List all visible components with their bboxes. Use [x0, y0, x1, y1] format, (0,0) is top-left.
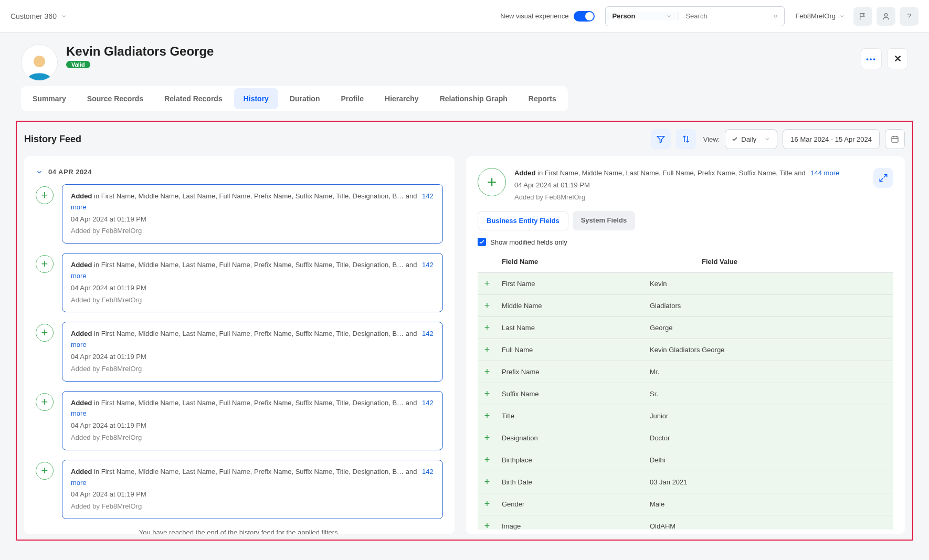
feed-line1: Added in First Name, Middle Name, Last N… — [71, 191, 434, 213]
avatar-icon — [25, 52, 54, 80]
date-group[interactable]: 04 APR 2024 — [36, 168, 443, 176]
detail-subtabs: Business Entity Fields System Fields — [478, 211, 893, 230]
feed-card[interactable]: Added in First Name, Middle Name, Last N… — [62, 460, 443, 519]
field-name-cell: Suffix Name — [497, 383, 645, 405]
field-table-scroll[interactable]: + First Name Kevin + Middle Name Gladiat… — [478, 272, 893, 530]
feed-line1: Added in First Name, Middle Name, Last N… — [71, 329, 434, 351]
svg-line-1 — [777, 17, 777, 17]
field-name-cell: Gender — [497, 493, 645, 515]
feed-card[interactable]: Added in First Name, Middle Name, Last N… — [62, 184, 443, 244]
field-name-cell: Full Name — [497, 339, 645, 361]
feed-line1: Added in First Name, Middle Name, Last N… — [71, 398, 434, 420]
check-icon — [479, 239, 485, 245]
added-icon: + — [36, 462, 54, 480]
filter-button[interactable] — [651, 129, 671, 149]
help-icon: ? — [907, 12, 911, 20]
tab-history[interactable]: History — [234, 88, 278, 109]
col-field-name: Field Name — [497, 251, 696, 272]
table-row: + Gender Male — [478, 493, 893, 515]
user-button[interactable] — [877, 7, 895, 26]
table-row: + Suffix Name Sr. — [478, 383, 893, 405]
tab-profile[interactable]: Profile — [331, 88, 373, 109]
search-input[interactable] — [685, 12, 774, 20]
history-panes: 04 APR 2024 + Added in First Name, Middl… — [24, 156, 905, 534]
feed-line1: Added in First Name, Middle Name, Last N… — [71, 467, 434, 489]
expand-button[interactable] — [873, 168, 893, 188]
tab-source-records[interactable]: Source Records — [78, 88, 153, 109]
tab-summary[interactable]: Summary — [23, 88, 76, 109]
history-header: History Feed View: Daily 16 Mar 2024 - 1… — [24, 129, 905, 149]
feed-card[interactable]: Added in First Name, Middle Name, Last N… — [62, 253, 443, 312]
search-input-wrap — [679, 12, 784, 21]
tab-relationship-graph[interactable]: Relationship Graph — [430, 88, 517, 109]
date-group-label: 04 APR 2024 — [48, 168, 92, 176]
table-row: + Full Name Kevin Gladiators George — [478, 339, 893, 361]
record-header-actions: ••• ✕ — [861, 48, 908, 69]
plus-icon: + — [484, 455, 490, 465]
chevron-down-icon — [61, 13, 67, 19]
feed-card[interactable]: Added in First Name, Middle Name, Last N… — [62, 391, 443, 450]
tab-reports[interactable]: Reports — [519, 88, 566, 109]
field-value-cell: Doctor — [645, 427, 893, 449]
svg-point-3 — [34, 56, 45, 67]
more-icon: ••• — [866, 55, 877, 63]
app-name: Customer 360 — [10, 12, 57, 20]
date-range-label: 16 Mar 2024 - 15 Apr 2024 — [790, 135, 872, 143]
subtab-system-fields[interactable]: System Fields — [573, 211, 635, 230]
plus-icon: + — [484, 432, 490, 443]
feed-more-link[interactable]: 142 more — [71, 330, 434, 348]
chevron-down-icon — [839, 13, 845, 19]
feed-row: + Added in First Name, Middle Name, Last… — [36, 184, 443, 244]
plus-icon: + — [484, 278, 490, 289]
avatar — [21, 44, 58, 81]
tab-related-records[interactable]: Related Records — [155, 88, 231, 109]
search-entity-select[interactable]: Person — [606, 12, 679, 20]
field-value-cell: Kevin — [645, 273, 893, 295]
field-table: Field Name Field Value — [478, 251, 893, 272]
show-modified-row[interactable]: Show modified fields only — [478, 238, 893, 246]
view-select[interactable]: Daily — [725, 129, 777, 149]
svg-point-0 — [775, 15, 777, 17]
resize-handle[interactable]: ⋮ — [466, 351, 467, 362]
feed-more-link[interactable]: 142 more — [71, 261, 434, 280]
show-modified-checkbox[interactable] — [478, 238, 486, 246]
end-note: You have reached the end of the history … — [36, 529, 443, 534]
tab-hierarchy[interactable]: Hierarchy — [375, 88, 428, 109]
new-visual-toggle-wrap: New visual experience — [500, 11, 595, 22]
feed-row: + Added in First Name, Middle Name, Last… — [36, 253, 443, 312]
chevron-down-icon — [36, 168, 43, 176]
view-value: Daily — [741, 135, 756, 143]
org-switcher[interactable]: Feb8MrelOrg — [795, 12, 845, 20]
feed-more-link[interactable]: 142 more — [71, 468, 434, 487]
feed-more-link[interactable]: 142 more — [71, 399, 434, 418]
app-switcher[interactable]: Customer 360 — [10, 12, 67, 20]
table-row: + Designation Doctor — [478, 427, 893, 449]
feed-timestamp: 04 Apr 2024 at 01:19 PM — [71, 420, 434, 431]
close-icon: ✕ — [894, 53, 902, 65]
detail-timestamp: 04 Apr 2024 at 01:19 PM — [514, 180, 865, 191]
sort-button[interactable] — [676, 129, 696, 149]
more-actions-button[interactable]: ••• — [861, 48, 882, 69]
history-detail-pane: ⋮ + Added in First Name, Middle Name, La… — [466, 156, 905, 534]
date-range[interactable]: 16 Mar 2024 - 15 Apr 2024 — [783, 129, 880, 149]
help-button[interactable]: ? — [900, 7, 919, 26]
plus-icon: + — [484, 366, 490, 377]
feed-more-link[interactable]: 142 more — [71, 192, 434, 211]
flag-button[interactable] — [853, 7, 872, 26]
close-button[interactable]: ✕ — [887, 48, 908, 69]
table-row: + Last Name George — [478, 317, 893, 339]
record-title-wrap: Kevin Gladiators George Valid — [66, 44, 214, 68]
feed-card[interactable]: Added in First Name, Middle Name, Last N… — [62, 322, 443, 381]
plus-icon: + — [484, 300, 490, 311]
history-section: History Feed View: Daily 16 Mar 2024 - 1… — [16, 121, 913, 541]
calendar-button[interactable] — [885, 129, 905, 149]
tab-duration[interactable]: Duration — [280, 88, 330, 109]
subtab-business-entity[interactable]: Business Entity Fields — [478, 211, 568, 230]
history-controls: View: Daily 16 Mar 2024 - 15 Apr 2024 — [651, 129, 905, 149]
added-icon: + — [36, 324, 54, 342]
feed-line1: Added in First Name, Middle Name, Last N… — [71, 260, 434, 282]
field-name-cell: Prefix Name — [497, 361, 645, 383]
detail-more-link[interactable]: 144 more — [810, 169, 839, 177]
feed-by: Added by Feb8MrelOrg — [71, 364, 434, 375]
new-visual-toggle[interactable] — [574, 11, 595, 22]
